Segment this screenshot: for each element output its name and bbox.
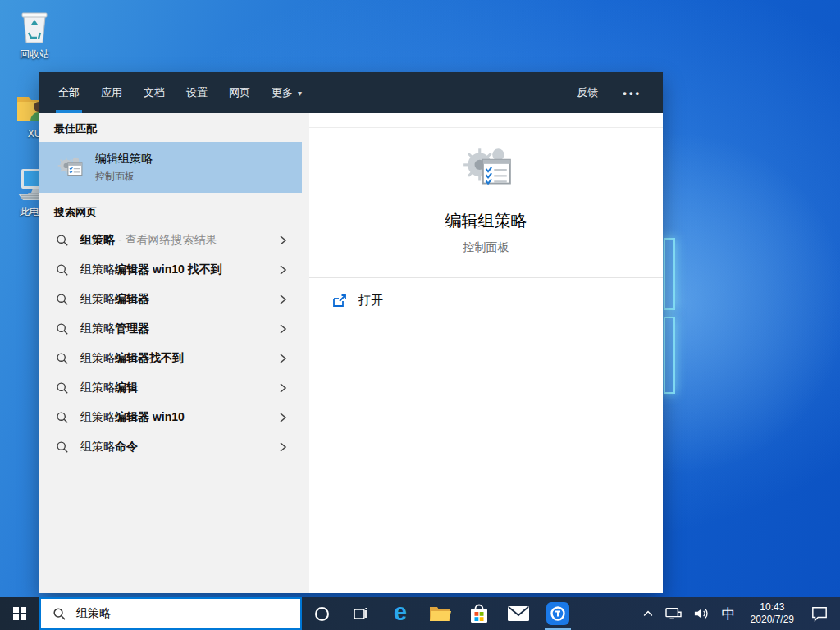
best-match-subtitle: 控制面板: [95, 170, 153, 184]
chevron-right-icon: [278, 294, 288, 305]
chevron-up-icon: [641, 607, 655, 620]
chevron-down-icon: ▾: [298, 89, 302, 98]
suggestion-text: 组策略编辑器: [80, 292, 149, 307]
tab-4[interactable]: 网页: [218, 72, 261, 113]
chevron-right-icon: [278, 235, 288, 246]
desktop: 回收站 XU 此电脑 全部应用文档设置: [0, 0, 840, 630]
mail-icon: [507, 605, 530, 622]
feedback-button[interactable]: 反馈: [577, 85, 598, 100]
best-match-header: 最佳匹配: [39, 113, 309, 142]
search-flyout: 全部应用文档设置网页更多▾ 反馈 ••• 最佳匹配: [39, 72, 663, 593]
search-icon: [56, 293, 69, 306]
search-input-value[interactable]: 组策略: [76, 606, 111, 621]
taskbar-clock[interactable]: 10:43 2020/7/29: [742, 601, 802, 626]
suggestion-text: 组策略编辑器 win10 找不到: [80, 262, 222, 277]
web-search-header: 搜索网页: [39, 193, 309, 226]
search-icon: [56, 381, 69, 395]
taskbar-search-box[interactable]: 组策略: [39, 597, 302, 630]
web-suggestion-row[interactable]: 组策略编辑器: [39, 285, 309, 314]
open-action[interactable]: 打开: [309, 278, 663, 308]
cortana-button[interactable]: [302, 597, 341, 630]
search-icon: [56, 352, 69, 365]
chevron-right-icon: [278, 264, 288, 276]
suggestion-text: 组策略编辑器找不到: [80, 351, 184, 366]
edge-icon: e: [394, 600, 407, 624]
cortana-icon: [315, 607, 329, 621]
web-suggestion-row[interactable]: 组策略命令: [39, 432, 309, 462]
tab-1[interactable]: 应用: [90, 72, 133, 113]
open-label: 打开: [358, 293, 383, 308]
store-icon: [468, 602, 490, 625]
suggestion-text: 组策略编辑: [80, 381, 138, 395]
speaker-icon: [692, 606, 710, 621]
group-policy-icon: [56, 153, 84, 181]
action-center-button[interactable]: [802, 597, 840, 630]
search-icon: [56, 441, 69, 454]
tab-0[interactable]: 全部: [48, 72, 90, 113]
file-explorer-icon: [428, 604, 451, 623]
search-results-panel: 最佳匹配: [39, 113, 309, 593]
network-icon: [664, 606, 682, 621]
best-match-title: 编辑组策略: [95, 152, 153, 167]
web-suggestion-row[interactable]: 组策略 - 查看网络搜索结果: [39, 226, 309, 255]
web-suggestions-list: 组策略 - 查看网络搜索结果组策略编辑器 win10 找不到组策略编辑器组策略管…: [39, 226, 309, 462]
recycle-bin-icon: [5, 7, 64, 44]
divider: [309, 127, 663, 128]
network-tray-button[interactable]: [660, 597, 687, 630]
clock-date: 2020/7/29: [751, 614, 794, 626]
desktop-icon-recycle-bin[interactable]: 回收站: [5, 7, 64, 62]
edge-button[interactable]: e: [381, 597, 420, 630]
search-icon: [56, 263, 69, 276]
suggestion-text: 组策略 - 查看网络搜索结果: [80, 233, 217, 248]
file-explorer-button[interactable]: [420, 597, 459, 630]
tab-label: 设置: [186, 85, 208, 100]
tab-3[interactable]: 设置: [176, 72, 218, 113]
preview-title: 编辑组策略: [445, 210, 527, 232]
preview-panel: 编辑组策略 控制面板 打开: [309, 113, 663, 593]
clock-time: 10:43: [751, 601, 794, 614]
search-flyout-header: 全部应用文档设置网页更多▾ 反馈 •••: [39, 72, 663, 113]
suggestion-text: 组策略编辑器 win10: [80, 410, 185, 425]
chevron-right-icon: [278, 323, 288, 335]
web-suggestion-row[interactable]: 组策略编辑: [39, 373, 309, 403]
chevron-right-icon: [278, 382, 288, 394]
pc-manager-button[interactable]: [538, 597, 578, 630]
windows-logo-icon: [13, 607, 26, 620]
action-center-icon: [810, 605, 829, 622]
search-icon: [56, 411, 69, 424]
volume-tray-button[interactable]: [687, 597, 715, 630]
chevron-right-icon: [278, 353, 288, 364]
tab-label: 全部: [58, 85, 80, 100]
web-suggestion-row[interactable]: 组策略编辑器找不到: [39, 344, 309, 373]
wallpaper-logo-pane: [664, 317, 675, 394]
suggestion-text: 组策略命令: [80, 440, 138, 454]
web-suggestion-row[interactable]: 组策略编辑器 win10 找不到: [39, 255, 309, 285]
desktop-icon-label: 回收站: [5, 48, 64, 62]
store-button[interactable]: [459, 597, 499, 630]
tab-5[interactable]: 更多▾: [261, 72, 313, 113]
group-policy-icon-large: [459, 141, 514, 195]
more-options-icon[interactable]: •••: [623, 87, 641, 99]
task-view-button[interactable]: [341, 597, 381, 630]
start-button[interactable]: [0, 597, 39, 630]
tab-2[interactable]: 文档: [133, 72, 176, 113]
mail-button[interactable]: [499, 597, 538, 630]
pc-manager-icon: [546, 602, 569, 625]
tab-label: 更多: [272, 85, 293, 100]
search-icon: [56, 234, 69, 247]
web-suggestion-row[interactable]: 组策略编辑器 win10: [39, 403, 309, 432]
web-suggestion-row[interactable]: 组策略管理器: [39, 314, 309, 344]
search-icon: [56, 322, 69, 336]
preview-subtitle: 控制面板: [463, 240, 509, 255]
wallpaper-logo-pane: [664, 238, 675, 310]
chevron-right-icon: [278, 441, 288, 453]
taskbar: 组策略 e: [0, 597, 840, 630]
tray-expand-button[interactable]: [637, 597, 660, 630]
text-cursor: [112, 606, 112, 621]
best-match-result[interactable]: 编辑组策略 控制面板: [39, 142, 302, 193]
ime-indicator[interactable]: 中: [715, 597, 742, 630]
chevron-right-icon: [278, 412, 288, 423]
task-view-icon: [352, 605, 370, 622]
tab-label: 网页: [229, 85, 250, 100]
search-filter-tabs: 全部应用文档设置网页更多▾: [39, 72, 313, 113]
